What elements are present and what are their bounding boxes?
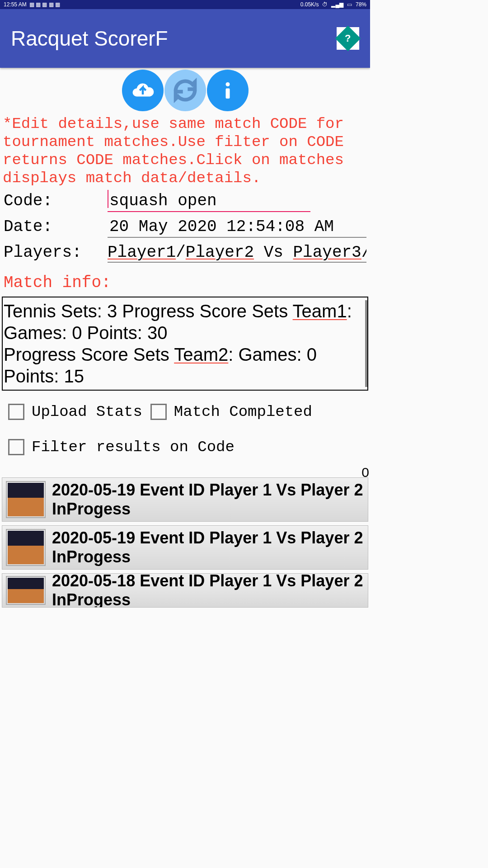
code-input[interactable] [108, 192, 310, 212]
list-item[interactable]: 2020-05-19 Event ID Player 1 Vs Player 2… [2, 525, 368, 570]
scrollbar[interactable] [365, 300, 367, 387]
match-info-label: Match info: [0, 265, 370, 295]
app-bar: Racquet ScorerF ? [0, 9, 370, 68]
match-info-box[interactable]: Tennis Sets: 3 Progress Score Sets Team1… [2, 297, 368, 391]
upload-cloud-button[interactable] [122, 70, 164, 111]
match-completed-label: Match Completed [174, 403, 312, 420]
match-completed-checkbox[interactable]: Match Completed [150, 403, 312, 420]
battery-icon: ▭ [347, 1, 352, 8]
filter-label: Filter results on Code [32, 439, 235, 456]
instructions-text: *Edit details,use same match CODE for to… [0, 111, 370, 189]
svg-rect-1 [225, 89, 230, 99]
list-item[interactable]: 2020-05-19 Event ID Player 1 Vs Player 2… [2, 477, 368, 522]
status-bar: 12:55 AM ▦ ▦ ▦ ▦ ▦ 0.05K/s ⏱ ▂▄▆ ▭ 78% [0, 0, 370, 9]
match-list: 2020-05-19 Event ID Player 1 Vs Player 2… [0, 477, 370, 608]
upload-stats-checkbox[interactable]: Upload Stats [8, 403, 142, 420]
match-item-text: 2020-05-19 Event ID Player 1 Vs Player 2… [52, 528, 364, 566]
app-title: Racquet ScorerF [11, 26, 168, 51]
match-item-text: 2020-05-18 Event ID Player 1 Vs Player 2… [52, 573, 364, 608]
checkbox-icon [8, 404, 24, 420]
players-input[interactable]: Player1/Player2 Vs Player3/P [108, 243, 366, 263]
match-item-text: 2020-05-19 Event ID Player 1 Vs Player 2… [52, 481, 364, 519]
status-net: 0.05K/s [300, 1, 319, 8]
status-time: 12:55 AM [4, 1, 27, 8]
svg-point-0 [225, 82, 230, 86]
upload-stats-label: Upload Stats [32, 403, 142, 420]
help-icon: ? [345, 33, 351, 44]
match-thumbnail [6, 576, 46, 605]
match-thumbnail [6, 529, 46, 566]
toolbar [0, 68, 370, 111]
signal-icon: ▂▄▆ [331, 1, 343, 8]
players-row: Players: Player1/Player2 Vs Player3/P [0, 241, 370, 265]
code-row: Code: [0, 189, 370, 215]
list-count: 0 [0, 465, 370, 477]
status-battery: 78% [356, 1, 366, 8]
date-row: Date: [0, 215, 370, 241]
date-input[interactable] [108, 217, 366, 238]
code-label: Code: [4, 192, 108, 210]
checkbox-icon [150, 404, 167, 420]
list-item[interactable]: 2020-05-18 Event ID Player 1 Vs Player 2… [2, 573, 368, 608]
date-label: Date: [4, 217, 108, 236]
players-label: Players: [4, 243, 108, 262]
checkbox-icon [8, 439, 24, 455]
help-button[interactable]: ? [337, 27, 359, 50]
filter-checkbox[interactable]: Filter results on Code [0, 420, 370, 465]
sync-button[interactable] [164, 70, 206, 111]
checkbox-row: Upload Stats Match Completed [0, 394, 370, 420]
match-thumbnail [6, 481, 46, 518]
info-button[interactable] [207, 70, 249, 111]
clock-icon: ⏱ [322, 1, 328, 8]
status-app-icons: ▦ ▦ ▦ ▦ ▦ [29, 1, 60, 8]
